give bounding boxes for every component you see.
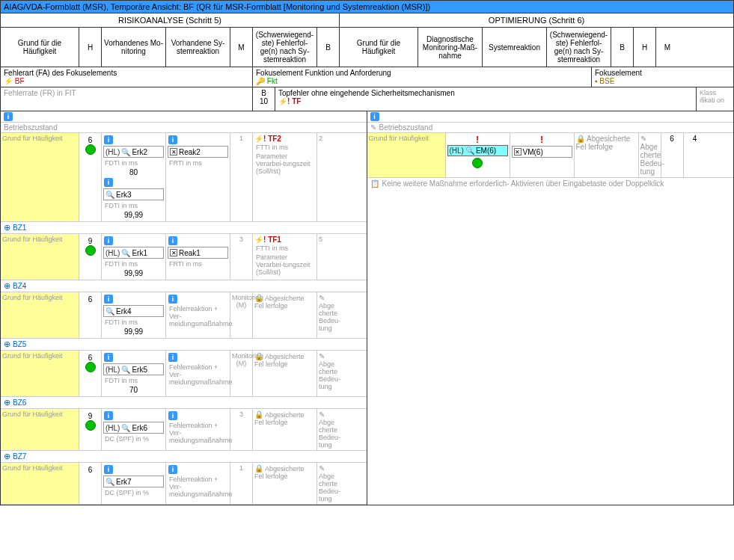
opt-row[interactable]: Grund für Häufigkeit ! (HL) 🔍 EM(6) ! ✕ … [367,133,734,178]
lock-icon: 🔒 [254,464,263,473]
erk-box[interactable]: (HL) 🔍 Erk5 [103,363,164,375]
pencil-icon: ✎ [640,135,646,143]
info-icon[interactable]: i [104,178,113,187]
wheel-icon: ⊕ [4,452,10,461]
bz-row[interactable]: ⊕BZ1 [1,222,367,234]
pencil-icon: ✎ [319,410,325,419]
wheel-icon: ⊕ [4,281,10,291]
info-icon[interactable]: i [168,353,177,362]
info-icon[interactable]: i [168,135,177,144]
bz-row[interactable]: ⊕BZ6 [1,397,367,409]
info-icon[interactable]: i [168,295,177,304]
focus-bse: Fokuselement ▪ BSE [592,67,733,87]
left-panel: i Betriebszustand Grund für Häufigkeit6i… [1,111,367,505]
info-icon[interactable]: i [168,411,177,420]
bz-row[interactable]: ⊕BZ7 [1,451,367,463]
col-h2: H [79,28,102,67]
erk-box[interactable]: 🔍 Erk3 [103,188,164,200]
status-dot [85,362,96,372]
note[interactable]: 📋Keine weitere Maßnahme erforderlich- Ak… [367,178,734,189]
col-h4: Vorhandene Sy-stemreaktion [166,28,230,67]
magnifier-icon: 🔍 [105,191,114,199]
b10: B10 [253,87,275,111]
data-row[interactable]: Grund für Häufigkeit6i🔍 Erk4FDTI in ms99… [1,292,367,339]
x-icon: ✕ [170,148,177,156]
bolt-icon: ⚡! [254,135,266,143]
header-left: RISIKOANALYSE (Schritt 5) [1,13,340,27]
x-icon: ✕ [170,249,177,256]
wheel-icon: ⊕ [4,339,10,349]
square-icon: ▪ [595,77,598,85]
focus-fa: Fehlerart (FA) des Fokuselements ⚡ BF [1,67,253,87]
pencil-icon: ✎ [319,352,325,360]
bolt-icon: ⚡! [254,236,266,244]
info-icon[interactable]: i [104,135,113,144]
fr-fit: Fehlerrate (FR) in FIT [1,87,253,111]
col-h6: (Schwerwiegend-ste) Fehlerfol-ge(n) nach… [253,28,317,67]
magnifier-icon: 🔍 [121,424,130,432]
wheel-icon: ⊕ [4,398,10,407]
data-row[interactable]: Grund für Häufigkeit9i(HL) 🔍 Erk1FDTI in… [1,234,367,280]
status-dot [85,245,96,256]
key-icon: 🔑 [256,77,265,85]
info-icon[interactable]: i [370,112,379,121]
col-h14: M [656,28,679,67]
bolt-icon: ⚡! [278,97,290,105]
col-h11: (Schwerwiegend-ste) Fehlerfol-ge(n) nach… [547,28,611,67]
status-dot [85,144,96,155]
klass: Klass ifikati on [697,87,733,111]
erk-box[interactable]: (HL) 🔍 Erk6 [103,422,164,434]
em-box[interactable]: (HL) 🔍 EM(6) [447,145,508,156]
bz-row[interactable]: ⊕BZ4 [1,280,367,292]
col-h7: B [317,28,340,67]
info-icon[interactable]: i [104,411,113,420]
right-panel: i ✎ Betriebszustand Grund für Häufigkeit… [367,111,734,505]
erk-box[interactable]: 🔍 Erk4 [103,305,164,317]
column-headers: Grund für die Häufigkeit H Vorhandenes M… [1,28,733,67]
bz-header: Betriebszustand [1,123,367,133]
info-icon[interactable]: i [168,236,177,245]
info-icon[interactable]: i [104,465,113,474]
lock-icon: 🔒 [254,294,263,302]
col-h9: Diagnostische Monitoring-Maß-nahme [418,28,483,67]
header-right: OPTIMIERUNG (Schritt 6) [340,13,733,27]
col-h8: Grund für die Häufigkeit [340,28,418,67]
pencil-icon: ✎ [370,123,376,132]
magnifier-icon: 🔍 [121,249,130,257]
info-icon[interactable]: i [104,295,113,304]
data-row[interactable]: Grund für Häufigkeit6i🔍 Erk7DC (SPF) in … [1,463,367,505]
col-h5: M [230,28,253,67]
col-h1: Grund für die Häufigkeit [1,28,79,67]
reak-box[interactable]: ✕ Reak1 [168,247,228,259]
info-icon[interactable]: i [168,465,177,474]
info-icon[interactable]: i [104,353,113,362]
bz-row[interactable]: ⊕BZ5 [1,339,367,351]
bang-icon: ! [476,135,479,145]
lock-icon: 🔒 [254,352,263,360]
focus-fkt: Fokuselement Funktion und Anforderung 🔑 … [253,67,592,87]
status-dot [85,420,96,431]
wheel-icon: ⊕ [4,223,10,233]
doc-icon: 📋 [370,179,379,188]
bz-header-r: ✎ Betriebszustand [367,123,734,133]
bang-icon: ! [540,135,543,145]
vm-box[interactable]: ✕ VM(6) [512,146,572,158]
data-row[interactable]: Grund für Häufigkeit6i(HL) 🔍 Erk2FDTI in… [1,133,367,222]
data-row[interactable]: Grund für Häufigkeit6i(HL) 🔍 Erk5FDTI in… [1,351,367,397]
info-icon[interactable]: i [4,112,13,121]
col-h12: B [611,28,634,67]
erk-box[interactable]: 🔍 Erk7 [103,476,164,487]
erk-box[interactable]: (HL) 🔍 Erk1 [103,247,164,259]
magnifier-icon: 🔍 [121,366,130,374]
lock-icon: 🔒 [576,135,585,143]
col-h13: H [634,28,656,67]
reak-box[interactable]: ✕ Reak2 [168,146,228,158]
info-icon[interactable]: i [104,236,113,245]
col-h3: Vorhandenes Mo-nitoring [102,28,166,67]
col-h10: Systemreaktion [483,28,547,67]
magnifier-icon: 🔍 [105,307,114,316]
data-row[interactable]: Grund für Häufigkeit9i(HL) 🔍 Erk6DC (SPF… [1,409,367,451]
magnifier-icon: 🔍 [105,478,114,486]
topfehler: Topfehler ohne eingehende Sicherheitsmec… [275,87,697,111]
erk-box[interactable]: (HL) 🔍 Erk2 [103,146,164,158]
